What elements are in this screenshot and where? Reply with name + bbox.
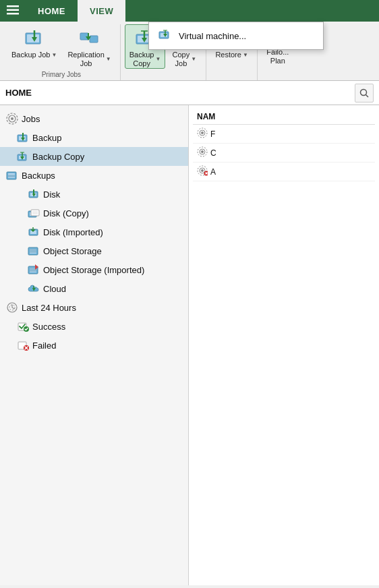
svg-point-85 <box>201 131 204 134</box>
sidebar-item-backup-label: Backup <box>32 133 61 143</box>
svg-point-34 <box>361 89 367 95</box>
backup-copy-label: BackupCopy ▼ <box>129 51 161 68</box>
sidebar-item-disk-label: Disk <box>43 189 60 200</box>
sidebar-item-backups-label: Backups <box>22 171 55 181</box>
failed-icon <box>16 339 30 352</box>
row-c-cell: C <box>197 146 371 159</box>
address-bar: HOME <box>0 81 379 105</box>
row-c-icon <box>197 146 208 159</box>
sidebar-item-success-label: Success <box>32 322 65 332</box>
sidebar-item-disk[interactable]: Disk <box>0 185 188 204</box>
sidebar-item-disk-imported[interactable]: Disk (Imported) <box>0 223 188 241</box>
menu-tab[interactable] <box>0 0 26 22</box>
sidebar-item-backup-copy-label: Backup Copy <box>32 152 84 162</box>
primary-jobs-group: Backup Job ▼ <box>3 24 121 80</box>
sidebar-item-jobs[interactable]: Jobs <box>0 109 188 128</box>
object-storage-imported-icon <box>27 263 40 276</box>
disk-icon <box>27 187 40 201</box>
sidebar-item-cloud[interactable]: Cloud <box>0 279 188 298</box>
cloud-icon <box>27 282 40 295</box>
sidebar-item-backups[interactable]: Backups <box>0 166 188 185</box>
ribbon-tabs: HOME VIEW <box>0 0 379 22</box>
svg-line-35 <box>366 94 369 97</box>
object-storage-icon <box>27 244 40 258</box>
dropdown-panel: Virtual machine... <box>148 22 324 50</box>
content-header: NAM <box>193 109 375 125</box>
sidebar-item-last24[interactable]: Last 24 Hours <box>0 298 188 317</box>
col-name-label: NAM <box>197 112 215 121</box>
row-a-icon <box>197 165 208 178</box>
sidebar-item-disk-copy-label: Disk (Copy) <box>43 208 89 218</box>
primary-jobs-buttons: Backup Job ▼ <box>7 24 116 69</box>
sidebar-item-object-storage-imported[interactable]: Object Storage (Imported) <box>0 260 188 279</box>
replication-job-icon <box>79 28 100 49</box>
row-a-label: A <box>210 167 216 177</box>
replication-job-button[interactable]: ReplicationJob ▼ <box>63 24 115 69</box>
svg-point-88 <box>201 150 204 153</box>
row-f-label: F <box>210 129 215 139</box>
restore-arrow: ▼ <box>243 52 248 59</box>
ribbon: HOME VIEW <box>0 0 379 81</box>
backup-job-button[interactable]: Backup Job ▼ <box>7 24 61 69</box>
table-row[interactable]: F <box>193 125 375 144</box>
row-c-label: C <box>210 148 216 158</box>
dropdown-vm-label: Virtual machine... <box>179 31 246 41</box>
tab-view[interactable]: VIEW <box>78 0 125 22</box>
jobs-icon <box>5 112 19 125</box>
failover-plan-label: Failo...Plan <box>266 48 289 65</box>
restore-label: Restore ▼ <box>215 51 247 59</box>
sidebar-item-object-storage-label: Object Storage <box>43 246 102 256</box>
dropdown-virtual-machine[interactable]: Virtual machine... <box>149 22 323 49</box>
svg-point-38 <box>11 117 13 120</box>
table-row[interactable]: C <box>193 144 375 163</box>
content-panel: NAM F <box>189 105 379 585</box>
search-button[interactable] <box>355 84 374 102</box>
backup-tree-icon <box>16 131 30 144</box>
sidebar-item-disk-copy[interactable]: Disk (Copy) <box>0 204 188 223</box>
svg-rect-1 <box>7 9 19 11</box>
primary-jobs-label: Primary Jobs <box>42 71 81 80</box>
replication-job-arrow: ▼ <box>106 56 111 63</box>
last24-icon <box>5 301 19 314</box>
backup-copy-tree-icon <box>16 150 30 163</box>
row-f-cell: F <box>197 127 371 140</box>
sidebar-item-failed[interactable]: Failed <box>0 336 188 355</box>
main-area: Jobs Backup <box>0 105 379 585</box>
table-row[interactable]: A <box>193 163 375 181</box>
copy-job-label: CopyJob ▼ <box>173 51 197 68</box>
svg-rect-0 <box>7 5 19 7</box>
sidebar-item-success[interactable]: Success <box>0 317 188 336</box>
success-icon <box>16 320 30 333</box>
sidebar-item-object-storage[interactable]: Object Storage <box>0 241 188 260</box>
tab-home[interactable]: HOME <box>26 0 78 22</box>
svg-rect-2 <box>7 13 19 15</box>
sidebar-item-object-storage-imported-label: Object Storage (Imported) <box>43 265 144 275</box>
svg-rect-8 <box>90 36 98 42</box>
address-text: HOME <box>5 88 32 98</box>
sidebar-item-backup[interactable]: Backup <box>0 128 188 147</box>
replication-job-label: ReplicationJob ▼ <box>67 51 111 68</box>
backup-job-arrow: ▼ <box>51 52 57 59</box>
content-col-name: NAM <box>197 112 371 121</box>
disk-imported-icon <box>27 225 40 239</box>
sidebar-item-disk-imported-label: Disk (Imported) <box>43 227 103 237</box>
row-a-cell: A <box>197 165 371 178</box>
sidebar-item-last24-label: Last 24 Hours <box>22 303 76 313</box>
backup-job-icon <box>24 28 45 49</box>
sidebar-item-jobs-label: Jobs <box>22 114 40 124</box>
svg-rect-59 <box>32 211 38 214</box>
vm-icon <box>157 28 173 44</box>
backup-job-label: Backup Job ▼ <box>11 51 57 59</box>
backups-icon <box>5 169 19 182</box>
backup-copy-arrow: ▼ <box>155 56 161 63</box>
sidebar-item-cloud-label: Cloud <box>43 284 66 294</box>
search-icon <box>359 88 369 98</box>
svg-point-91 <box>201 169 204 172</box>
disk-copy-icon <box>27 206 40 220</box>
svg-rect-49 <box>8 173 15 178</box>
row-f-icon <box>197 127 208 140</box>
sidebar-tree: Jobs Backup <box>0 105 189 585</box>
sidebar-item-failed-label: Failed <box>32 341 56 351</box>
sidebar-item-backup-copy[interactable]: Backup Copy <box>0 147 188 166</box>
hamburger-icon <box>7 5 19 17</box>
